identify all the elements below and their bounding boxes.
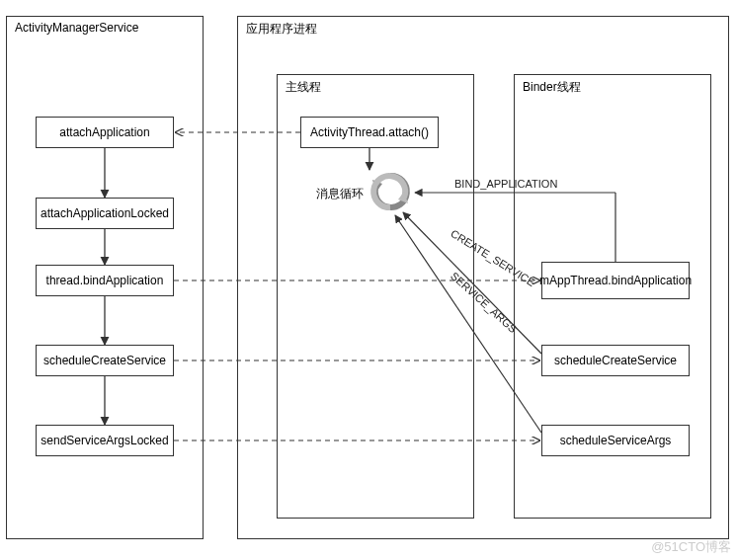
attach-application-locked-label: attachApplicationLocked [41,206,169,220]
attach-application-label: attachApplication [59,125,149,139]
binder-bind-application-label: mAppThread.bindApplication [539,274,692,287]
thread-bind-application-node: thread.bindApplication [36,265,174,296]
watermark: @51CTO博客 [651,538,731,556]
message-loop-label: 消息循环 [316,186,364,202]
attach-application-node: attachApplication [36,117,174,148]
binder-schedule-create-service-label: scheduleCreateService [554,354,677,367]
binder-schedule-create-service-node: scheduleCreateService [541,345,690,376]
ams-schedule-create-service-node: scheduleCreateService [36,345,174,376]
main-thread-title: 主线程 [286,79,321,96]
activity-thread-attach-node: ActivityThread.attach() [300,117,439,148]
thread-bind-application-label: thread.bindApplication [46,274,164,287]
binder-schedule-service-args-node: scheduleServiceArgs [541,425,690,456]
refresh-icon [368,170,412,213]
send-service-args-locked-label: sendServiceArgsLocked [41,434,168,447]
send-service-args-locked-node: sendServiceArgsLocked [36,425,174,456]
app-process-title: 应用程序进程 [246,21,317,38]
binder-thread-title: Binder线程 [523,79,581,96]
ams-title: ActivityManagerService [15,21,138,35]
binder-schedule-service-args-label: scheduleServiceArgs [560,434,672,447]
ams-schedule-create-service-label: scheduleCreateService [43,354,166,367]
binder-bind-application-node: mAppThread.bindApplication [541,262,690,299]
activity-thread-attach-label: ActivityThread.attach() [310,125,429,139]
attach-application-locked-node: attachApplicationLocked [36,198,174,229]
bind-application-edge-label: BIND_APPLICATION [454,178,557,190]
